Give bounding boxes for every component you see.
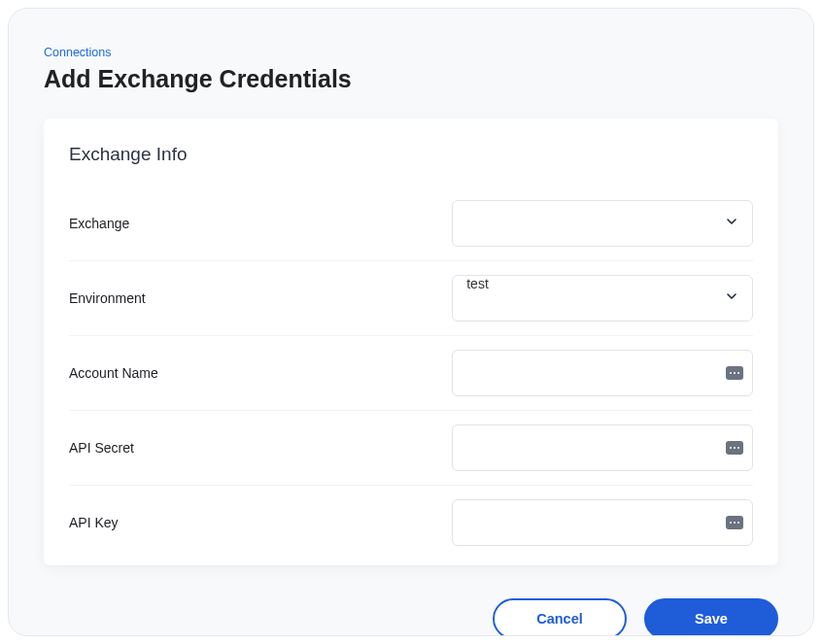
environment-select[interactable]: test [452,275,753,322]
exchange-info-card: Exchange Info Exchange Environment test [44,119,778,565]
account-name-input[interactable] [452,350,753,396]
exchange-select[interactable] [452,200,753,247]
label-exchange: Exchange [69,216,452,231]
label-api-secret: API Secret [69,440,452,456]
api-key-input[interactable] [452,499,753,546]
row-environment: Environment test [69,261,753,336]
row-exchange: Exchange [69,186,753,261]
breadcrumb[interactable]: Connections [44,46,778,59]
actions-bar: Cancel Save [44,598,778,636]
page-title: Add Exchange Credentials [44,65,778,93]
api-secret-input[interactable] [452,424,753,471]
row-account-name: Account Name [69,336,753,411]
label-environment: Environment [69,290,452,306]
label-account-name: Account Name [69,365,452,381]
save-button[interactable]: Save [644,598,778,636]
card-title: Exchange Info [69,144,753,165]
cancel-button[interactable]: Cancel [493,598,627,636]
row-api-key: API Key [69,486,753,559]
row-api-secret: API Secret [69,411,753,486]
label-api-key: API Key [69,515,452,530]
